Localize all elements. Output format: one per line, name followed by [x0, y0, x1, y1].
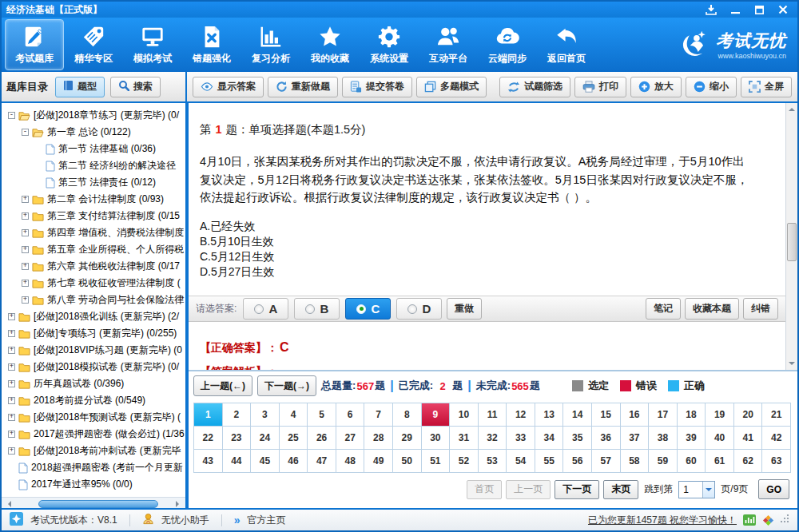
next-page-button[interactable]: 下一页 [555, 480, 599, 499]
toolbar-item-cloud-sync[interactable]: 云端同步 [478, 19, 537, 70]
expand-toggle[interactable]: + [8, 380, 15, 387]
prev-question-button[interactable]: 上一题(←) [193, 375, 252, 396]
expand-toggle[interactable]: + [22, 212, 29, 220]
grid-cell-4[interactable]: 4 [280, 403, 308, 427]
search-button[interactable]: 搜索 [110, 77, 161, 97]
grid-cell-15[interactable]: 15 [592, 403, 621, 427]
grid-cell-21[interactable]: 21 [762, 403, 791, 427]
tree-item[interactable]: + 2017超强押题密卷 (做会必过) (1/36 [2, 426, 185, 443]
tree-item[interactable]: + 2018考前提分试卷 (0/549) [2, 392, 185, 409]
grid-cell-12[interactable]: 12 [507, 403, 535, 427]
grid-cell-57[interactable]: 57 [592, 450, 621, 473]
tree-item[interactable]: + [必做]专项练习 (更新完毕) (0/255) [2, 325, 185, 342]
toolbar-item-favorites[interactable]: 我的收藏 [300, 19, 360, 70]
choice-D[interactable]: D [396, 298, 442, 320]
submit-paper-button[interactable]: 提交答卷 [342, 77, 412, 97]
choice-A[interactable]: A [243, 298, 288, 320]
tree-item[interactable]: + [必做]2018考前冲刺试卷 (更新完毕 [2, 443, 185, 459]
grid-cell-7[interactable]: 7 [364, 403, 393, 427]
grid-cell-48[interactable]: 48 [336, 450, 365, 473]
chevron-down-icon[interactable] [702, 482, 714, 498]
grid-cell-50[interactable]: 50 [393, 450, 422, 473]
tree-item[interactable]: - [必做]2018章节练习 (更新完毕) (0/ [2, 107, 185, 124]
grid-cell-32[interactable]: 32 [479, 427, 507, 450]
go-button[interactable]: GO [758, 479, 789, 499]
expand-toggle[interactable]: + [8, 313, 15, 320]
zoom-out-button[interactable]: 缩小 [686, 77, 737, 97]
grid-cell-19[interactable]: 19 [706, 403, 734, 427]
grid-cell-24[interactable]: 24 [251, 427, 280, 450]
prev-page-button[interactable]: 上一页 [506, 480, 551, 499]
expand-toggle[interactable]: + [22, 229, 29, 236]
grid-cell-40[interactable]: 40 [706, 427, 734, 450]
tree-item[interactable]: + 历年真题试卷 (0/396) [2, 375, 185, 392]
grid-cell-22[interactable]: 22 [194, 427, 223, 450]
tree-item[interactable]: + [必做]2018模拟试卷 (更新完毕) (0/ [2, 359, 185, 375]
grid-cell-39[interactable]: 39 [678, 427, 706, 450]
collapse-toggle[interactable]: - [22, 129, 29, 136]
grid-cell-63[interactable]: 63 [762, 450, 791, 473]
grid-cell-43[interactable]: 43 [194, 450, 223, 473]
grid-cell-51[interactable]: 51 [422, 450, 451, 473]
tree-item[interactable]: + 第八章 劳动合同与社会保险法律 [2, 292, 185, 308]
tree-item[interactable]: + [必做]2018VIP练习题 (更新完毕) (0 [2, 342, 185, 359]
expand-toggle[interactable]: + [22, 296, 29, 304]
grid-cell-52[interactable]: 52 [450, 450, 479, 473]
scroll-down-arrow[interactable] [786, 358, 797, 370]
scroll-up-arrow[interactable] [786, 103, 797, 115]
question-type-button[interactable]: 题型 [55, 77, 105, 97]
update-notice-link[interactable]: 已为您更新1457题 祝您学习愉快！ [588, 514, 737, 527]
tree-item[interactable]: + 第二章 会计法律制度 (0/93) [2, 191, 185, 208]
expand-toggle[interactable]: + [8, 347, 15, 354]
choice-C[interactable]: C [345, 298, 391, 320]
grid-cell-18[interactable]: 18 [678, 403, 706, 427]
chevrons-icon[interactable]: » [234, 514, 240, 526]
multi-mode-button[interactable]: 多题模式 [416, 77, 487, 97]
grid-cell-33[interactable]: 33 [507, 427, 535, 450]
scrollbar-thumb[interactable] [787, 223, 797, 261]
toolbar-item-settings[interactable]: 系统设置 [360, 19, 419, 70]
tree-item[interactable]: - 第一章 总论 (0/122) [2, 124, 185, 141]
grid-cell-60[interactable]: 60 [678, 450, 706, 473]
tree-item[interactable]: + 第六章 其他税收法律制度 (0/17 [2, 258, 185, 275]
grid-cell-3[interactable]: 3 [251, 403, 280, 427]
grid-cell-35[interactable]: 35 [563, 427, 592, 450]
minimize-icon[interactable] [729, 4, 741, 15]
expand-toggle[interactable]: + [8, 330, 15, 337]
toolbar-item-community[interactable]: 互动平台 [419, 19, 478, 70]
tree-item[interactable]: + 第四章 增值税、消费税法律制度 [2, 224, 185, 241]
grid-cell-44[interactable]: 44 [223, 450, 252, 473]
grid-cell-37[interactable]: 37 [621, 427, 650, 450]
filter-button[interactable]: 试题筛选 [499, 77, 570, 97]
expand-toggle[interactable]: + [22, 280, 29, 287]
grid-cell-8[interactable]: 8 [393, 403, 422, 427]
grid-cell-49[interactable]: 49 [364, 450, 393, 473]
toolbar-item-home[interactable]: 返回首页 [537, 19, 596, 70]
expand-toggle[interactable]: + [8, 431, 15, 438]
tree-item[interactable]: + [必做]2018年预测试卷 (更新完毕) ( [2, 409, 185, 426]
toolbar-item-error-drill[interactable]: 错题强化 [182, 19, 241, 70]
page-select[interactable]: 1 [678, 481, 715, 498]
tree-item[interactable]: + 第三章 支付结算法律制度 (0/15 [2, 208, 185, 224]
zoom-in-button[interactable]: 放大 [630, 77, 682, 97]
redo-questions-button[interactable]: 重新做题 [268, 77, 338, 97]
grid-cell-34[interactable]: 34 [535, 427, 564, 450]
grid-cell-62[interactable]: 62 [734, 450, 763, 473]
grid-cell-36[interactable]: 36 [592, 427, 621, 450]
grid-cell-30[interactable]: 30 [422, 427, 451, 450]
toolbar-item-exam-bank[interactable]: 考试题库 [5, 19, 64, 70]
grid-cell-28[interactable]: 28 [364, 427, 393, 450]
last-page-button[interactable]: 末页 [603, 480, 638, 499]
tree-item[interactable]: + 第五章 企业所得税、个人所得税 [2, 241, 185, 258]
first-page-button[interactable]: 首页 [467, 480, 502, 499]
grid-cell-54[interactable]: 54 [507, 450, 535, 473]
choice-B[interactable]: B [294, 298, 340, 320]
report-error-button[interactable]: 纠错 [743, 298, 778, 320]
toolbar-item-review[interactable]: 复习分析 [241, 19, 300, 70]
tree-item[interactable]: 第三节 法律责任 (0/12) [2, 174, 185, 191]
grid-cell-9[interactable]: 9 [422, 403, 451, 427]
print-button[interactable]: 打印 [574, 77, 626, 97]
grid-cell-16[interactable]: 16 [621, 403, 650, 427]
grid-cell-14[interactable]: 14 [563, 403, 592, 427]
grid-cell-6[interactable]: 6 [336, 403, 365, 427]
